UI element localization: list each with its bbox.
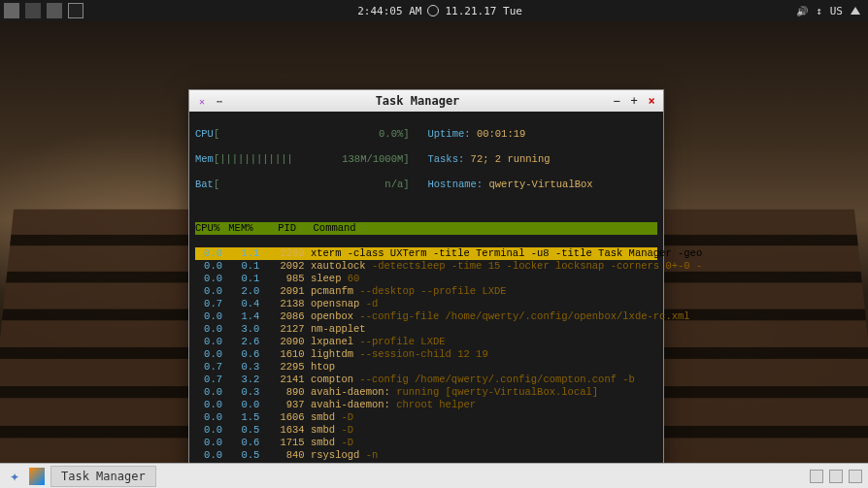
taskbar[interactable]: ✦ Task Manager [0,463,868,488]
window-menu-icon[interactable]: ⋯ [213,94,226,108]
process-row[interactable]: 0.0 1.5 1606 smbd -D [195,411,657,424]
network-icon[interactable] [816,5,822,17]
process-row[interactable]: 0.0 0.5 840 rsyslogd -n [195,449,657,462]
panel-app-icon[interactable] [25,3,41,18]
window-titlebar[interactable]: ✕ ⋯ Task Manager − + × [189,90,663,112]
mem-meter: Mem[|||||||||||| 138M/1000M] Tasks: 72; … [195,153,657,166]
process-row[interactable]: 0.0 0.1 985 sleep 60 [195,273,657,285]
start-button[interactable]: ✦ [4,466,25,487]
process-list[interactable]: 0.0 1.1 2289 xterm -class UXTerm -title … [195,247,657,462]
process-row[interactable]: 0.0 1.4 2086 openbox --config-file /home… [195,310,657,323]
panel-app-icon[interactable] [47,3,62,18]
workspace-switcher[interactable] [810,470,823,483]
task-manager-window: ✕ ⋯ Task Manager − + × CPU[ 0.0%] Uptime… [188,89,664,488]
taskbar-item-task-manager[interactable]: Task Manager [50,466,156,487]
process-row[interactable]: 0.0 3.0 2127 nm-applet [195,323,657,336]
close-button[interactable]: × [644,93,659,109]
process-row[interactable]: 0.0 2.0 2091 pcmanfm --desktop --profile… [195,285,657,298]
workspace-switcher[interactable] [829,470,843,483]
taskbar-app-icon[interactable] [29,468,45,485]
process-row[interactable]: 0.0 1.1 2289 xterm -class UXTerm -title … [195,247,657,260]
keyboard-layout[interactable]: US [830,5,843,17]
notification-icon[interactable] [851,7,860,15]
show-desktop-button[interactable] [849,470,862,483]
window-title: Task Manager [226,94,609,108]
process-row[interactable]: 0.0 0.6 1610 lightdm --session-child 12 … [195,348,657,361]
process-row[interactable]: 0.7 0.3 2295 htop [195,361,657,374]
process-row[interactable]: 0.0 0.0 937 avahi-daemon: chroot helper [195,399,657,411]
process-row[interactable]: 0.0 0.6 1715 smbd -D [195,437,657,449]
maximize-button[interactable]: + [626,93,642,109]
process-row[interactable]: 0.7 3.2 2141 compton --config /home/qwer… [195,374,657,386]
process-row[interactable]: 0.0 0.5 1634 smbd -D [195,424,657,437]
top-panel: 2:44:05 AM 11.21.17 Tue US [0,0,868,21]
minimize-button[interactable]: − [609,93,624,109]
process-row[interactable]: 0.0 2.6 2090 lxpanel --profile LXDE [195,336,657,348]
clock-date[interactable]: 11.21.17 Tue [445,5,521,17]
cpu-meter: CPU[ 0.0%] Uptime: 00:01:19 [195,128,657,141]
panel-terminal-icon[interactable] [68,3,83,18]
panel-app-icon[interactable] [4,3,19,18]
process-row[interactable]: 0.0 0.3 890 avahi-daemon: running [qwert… [195,386,657,399]
window-app-icon: ✕ [195,94,209,108]
clock-icon [427,5,439,16]
bat-meter: Bat[ n/a] Hostname: qwerty-VirtualBox [195,179,657,191]
process-row[interactable]: 0.7 0.4 2138 opensnap -d [195,298,657,310]
process-header[interactable]: CPU% MEM% PID Command [195,222,657,235]
volume-icon[interactable] [796,5,808,17]
process-row[interactable]: 0.0 0.1 2092 xautolock -detectsleep -tim… [195,260,657,273]
terminal-content[interactable]: CPU[ 0.0%] Uptime: 00:01:19 Mem[||||||||… [189,112,663,488]
clock-time[interactable]: 2:44:05 AM [357,5,421,17]
